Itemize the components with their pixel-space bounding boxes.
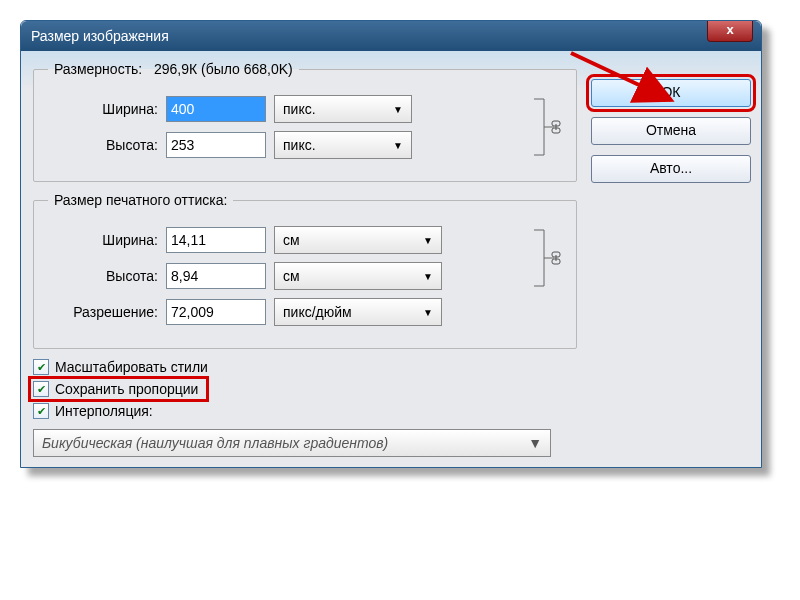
print-height-unit-select[interactable]: см ▼: [274, 262, 442, 290]
width-input[interactable]: [166, 96, 266, 122]
resolution-label: Разрешение:: [48, 304, 158, 320]
interpolation-checkbox[interactable]: ✔ Интерполяция:: [33, 403, 579, 419]
cancel-button[interactable]: Отмена: [591, 117, 751, 145]
titlebar[interactable]: Размер изображения x: [21, 21, 761, 51]
resolution-input[interactable]: [166, 299, 266, 325]
print-width-input[interactable]: [166, 227, 266, 253]
print-height-input[interactable]: [166, 263, 266, 289]
pixel-dimensions-label: Размерность:: [54, 61, 142, 77]
close-button[interactable]: x: [707, 21, 753, 42]
chevron-down-icon: ▼: [423, 271, 433, 282]
checkbox-checked-icon: ✔: [33, 381, 49, 397]
link-icon: [550, 251, 562, 265]
height-unit-select[interactable]: пикс. ▼: [274, 131, 412, 159]
interpolation-label: Интерполяция:: [55, 403, 153, 419]
checkbox-checked-icon: ✔: [33, 403, 49, 419]
print-width-unit-value: см: [283, 232, 300, 248]
image-size-dialog: Размер изображения x Размерность: 296,9К…: [20, 20, 762, 468]
link-bracket-print: [532, 218, 562, 334]
window-title: Размер изображения: [31, 28, 169, 44]
auto-button[interactable]: Авто...: [591, 155, 751, 183]
resolution-unit-value: пикс/дюйм: [283, 304, 352, 320]
height-input[interactable]: [166, 132, 266, 158]
print-height-unit-value: см: [283, 268, 300, 284]
print-width-unit-select[interactable]: см ▼: [274, 226, 442, 254]
width-label: Ширина:: [48, 101, 158, 117]
interpolation-value: Бикубическая (наилучшая для плавных град…: [42, 435, 388, 451]
print-size-legend: Размер печатного оттиска:: [48, 192, 233, 208]
resolution-unit-select[interactable]: пикс/дюйм ▼: [274, 298, 442, 326]
print-size-group: Размер печатного оттиска: Ширина: см ▼: [33, 192, 577, 349]
chevron-down-icon: ▼: [393, 104, 403, 115]
width-unit-value: пикс.: [283, 101, 316, 117]
chevron-down-icon: ▼: [423, 307, 433, 318]
scale-styles-label: Масштабировать стили: [55, 359, 208, 375]
checkbox-checked-icon: ✔: [33, 359, 49, 375]
chevron-down-icon: ▼: [423, 235, 433, 246]
print-height-label: Высота:: [48, 268, 158, 284]
link-bracket: [532, 87, 562, 167]
constrain-proportions-checkbox[interactable]: ✔ Сохранить пропорции: [33, 381, 204, 397]
width-unit-select[interactable]: пикс. ▼: [274, 95, 412, 123]
pixel-dimensions-group: Размерность: 296,9К (было 668,0K) Ширина…: [33, 61, 577, 182]
print-width-label: Ширина:: [48, 232, 158, 248]
interpolation-select[interactable]: Бикубическая (наилучшая для плавных град…: [33, 429, 551, 457]
link-icon: [550, 120, 562, 134]
height-label: Высота:: [48, 137, 158, 153]
chevron-down-icon: ▼: [393, 140, 403, 151]
chevron-down-icon: ▼: [528, 435, 542, 451]
scale-styles-checkbox[interactable]: ✔ Масштабировать стили: [33, 359, 579, 375]
pixel-dimensions-legend: Размерность: 296,9К (было 668,0K): [48, 61, 299, 77]
height-unit-value: пикс.: [283, 137, 316, 153]
ok-button[interactable]: ОК: [591, 79, 751, 107]
pixel-dimensions-summary: 296,9К (было 668,0K): [154, 61, 293, 77]
constrain-proportions-label: Сохранить пропорции: [55, 381, 198, 397]
